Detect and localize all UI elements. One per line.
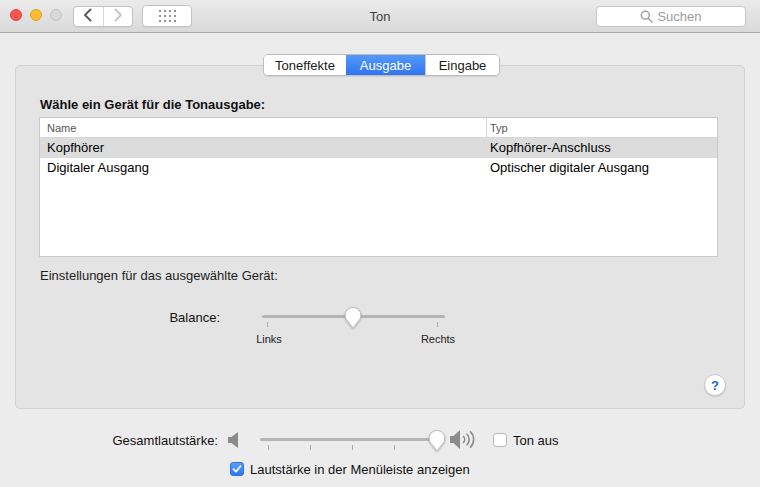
mute-checkbox-label[interactable]: Ton aus [513,433,559,448]
tab-toneffekte[interactable]: Toneffekte [264,55,346,76]
checkmark-icon [232,464,242,474]
balance-left-label: Links [239,333,299,345]
slider-tick [352,445,353,450]
volume-slider-thumb[interactable] [428,429,446,452]
device-type: Optischer digitaler Ausgang [490,158,649,178]
slider-tick [310,445,311,450]
column-header-typ[interactable]: Typ [490,118,508,138]
search-placeholder: Suchen [657,9,701,24]
master-volume-label: Gesamtlautstärke: [0,433,218,448]
balance-slider-thumb[interactable] [344,306,362,329]
sound-preferences-window: Ton Suchen Toneffekte Ausgabe Eingabe Wä… [0,0,760,487]
balance-label: Balance: [0,310,220,325]
search-icon [640,10,653,23]
speaker-loud-icon [450,429,484,454]
help-button[interactable]: ? [704,374,726,396]
slider-tick [267,322,268,327]
device-settings-heading: Einstellungen für das ausgewählte Gerät: [40,268,278,283]
mute-checkbox[interactable] [493,433,507,447]
device-name: Digitaler Ausgang [47,158,149,178]
column-header-name[interactable]: Name [47,118,76,138]
tab-bar: Toneffekte Ausgabe Eingabe [263,54,500,76]
table-row-kopfhoerer[interactable]: Kopfhörer Kopfhörer-Anschluss [40,138,717,158]
speaker-quiet-icon [228,431,244,453]
device-name: Kopfhörer [47,138,104,158]
slider-tick [437,322,438,327]
table-row-digitaler-ausgang[interactable]: Digitaler Ausgang Optischer digitaler Au… [40,158,717,178]
search-input[interactable]: Suchen [596,6,746,27]
device-type: Kopfhörer-Anschluss [490,138,611,158]
tab-eingabe[interactable]: Eingabe [425,55,499,76]
tab-ausgabe[interactable]: Ausgabe [346,55,425,76]
output-device-heading: Wähle ein Gerät für die Tonausgabe: [40,97,265,112]
slider-tick [394,445,395,450]
menubar-volume-checkbox-label[interactable]: Lautstärke in der Menüleiste anzeigen [250,462,470,477]
output-device-table: Name Typ Kopfhörer Kopfhörer-Anschluss D… [39,117,718,257]
titlebar: Ton Suchen [0,0,760,33]
menubar-volume-checkbox[interactable] [230,462,244,476]
column-divider[interactable] [486,118,487,138]
table-header: Name Typ [40,118,717,138]
slider-tick [268,445,269,450]
volume-slider-track[interactable] [260,438,445,441]
balance-right-label: Rechts [408,333,468,345]
